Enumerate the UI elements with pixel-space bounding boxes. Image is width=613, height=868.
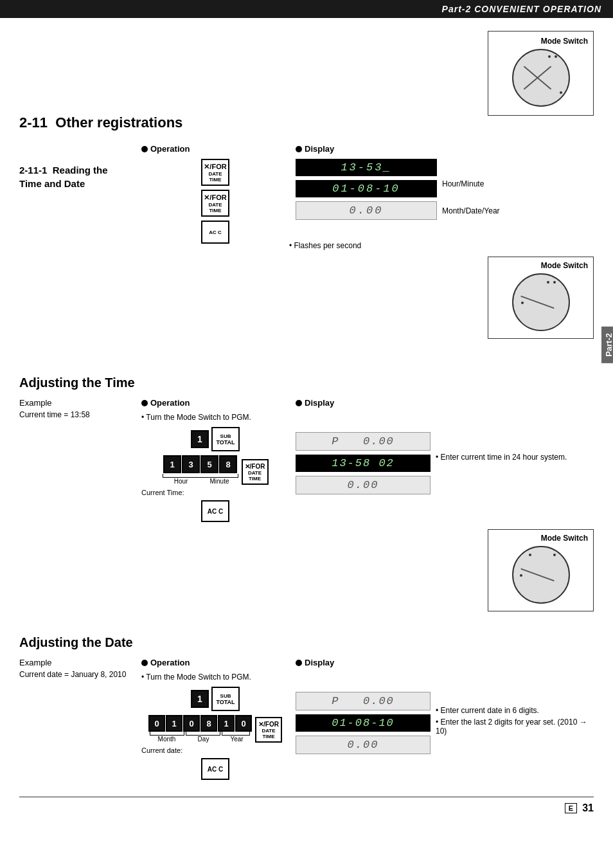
adj-date-ac-key[interactable]: AC C: [201, 758, 229, 780]
e-badge: E: [565, 803, 577, 813]
adj-date-disp-header: Display: [296, 658, 431, 667]
adj-date-note-1: • Enter current date in 6 digits.: [436, 706, 594, 715]
adj-time-screen-1: P 0.00: [296, 432, 431, 451]
mode-switch-bottom-label: Mode Switch: [493, 534, 588, 543]
adj-time-key-row-1: 1 SUB TOTAL: [141, 427, 289, 451]
dial-circle-top: [512, 49, 570, 107]
adj-date-disp-col: Display P 0.00 01-08-10 0.00: [289, 658, 431, 758]
month-label: Month: [150, 736, 184, 743]
disp-header-label: Display: [305, 144, 334, 154]
key-8[interactable]: 8: [219, 455, 237, 473]
dial-dot-top-2: [548, 55, 551, 58]
adj-date-disp-2: 01-08-10: [296, 714, 431, 732]
adj-time-op-col: Operation • Turn the Mode Switch to PGM.…: [141, 398, 289, 526]
adj-time-enter-note: • Enter current time in 24 hour system.: [436, 453, 594, 462]
dk-0c[interactable]: 0: [235, 715, 252, 732]
dial-dot-b3: [529, 554, 531, 556]
flashes-note: • Flashes per second: [289, 241, 594, 250]
date-keys: 0 1 0 8 1 0: [148, 715, 252, 732]
adj-time-example-label: Example: [19, 398, 141, 408]
adj-time-layout: Example Current time = 13:58 Operation •…: [19, 398, 594, 526]
xfor-key-time[interactable]: ✕/FOR DATE TIME: [242, 459, 269, 485]
dial-dot-m1: [553, 281, 556, 284]
adj-date-op-bullet: [141, 660, 148, 666]
mode-switch-bottom: Mode Switch: [488, 529, 594, 611]
date-key-1[interactable]: 1: [191, 690, 209, 708]
adj-time-disp-spacer: [296, 413, 431, 432]
ac-key-row: AC C: [141, 221, 289, 244]
mode-switch-middle-label: Mode Switch: [493, 261, 588, 270]
adj-time-disp-col: Display P 0.00 13-58 02 0.00: [289, 398, 431, 498]
adj-date-disp-bullet: [296, 660, 302, 666]
key-3[interactable]: 3: [182, 455, 200, 473]
display-screen-3: 0.00: [296, 201, 437, 220]
disp-row-3: 0.00: [296, 201, 437, 220]
adj-date-op-col: Operation • Turn the Mode Switch to PGM.…: [141, 658, 289, 784]
adj-date-pgm-note: • Turn the Mode Switch to PGM.: [141, 673, 289, 682]
adj-time-title: Adjusting the Time: [19, 375, 594, 390]
key-1-black[interactable]: 1: [191, 430, 209, 448]
mode-switch-top-label: Mode Switch: [493, 37, 588, 46]
adj-time-screen-3: 0.00: [296, 476, 431, 494]
adj-time-disp-bullet: [296, 400, 302, 406]
adj-time-ac-key[interactable]: AC C: [201, 500, 229, 522]
xfor-key-1[interactable]: ✕/FOR DATE TIME: [201, 159, 229, 186]
hour-label: Hour: [163, 478, 200, 485]
adj-time-disp-2: 13-58 02: [296, 455, 431, 472]
mode-switch-top: Mode Switch: [488, 31, 594, 116]
date-key-labels: Month Day Year: [150, 736, 251, 743]
adjusting-time-section: Adjusting the Time Example Current time …: [19, 375, 594, 526]
adj-date-op-header-label: Operation: [150, 658, 190, 667]
page-wrapper: Part-2 CONVENIENT OPERATION Part-2 Mode …: [0, 0, 613, 833]
section-title-container: 2-11 Other registrations: [19, 114, 594, 131]
adj-date-current-label: Current date = January 8, 2010: [19, 670, 141, 679]
adj-date-op-header: Operation: [141, 658, 289, 667]
xfor-key-row-2: ✕/FOR DATE TIME: [141, 190, 289, 217]
adj-date-left: Example Current date = January 8, 2010: [19, 658, 141, 679]
mode-switch-bottom-dial-wrap: [509, 543, 573, 607]
xfor-key-row-1: ✕/FOR DATE TIME: [141, 159, 289, 186]
labels-col: Hour/Minute Month/Date/Year: [437, 144, 594, 233]
display-screen-1: 13-53_: [296, 159, 437, 176]
label-hour-minute: Hour/Minute: [442, 179, 594, 188]
header-title: Part-2 CONVENIENT OPERATION: [442, 4, 601, 14]
dk-1b[interactable]: 1: [218, 715, 235, 732]
dk-1[interactable]: 1: [166, 715, 182, 732]
key-5[interactable]: 5: [200, 455, 218, 473]
dk-0a[interactable]: 0: [148, 715, 165, 732]
time-key-labels: Hour Minute: [163, 478, 238, 485]
adj-date-screen-2: 01-08-10: [296, 714, 431, 732]
reading-time-layout: 2-11-1 Reading theTime and Date Operatio…: [19, 144, 594, 248]
dial-dot-m3: [521, 302, 524, 304]
mode-switch-middle-dial-wrap: [509, 270, 573, 334]
disp-row-1: 13-53_: [296, 159, 437, 176]
date-sub-total-key[interactable]: SUB TOTAL: [211, 687, 240, 711]
subsection-number-title: 2-11-1 Reading theTime and Date: [19, 163, 141, 190]
adj-time-left: Example Current time = 13:58: [19, 398, 141, 419]
disp-row-2: 01-08-10: [296, 180, 437, 197]
page-header: Part-2 CONVENIENT OPERATION: [0, 0, 613, 18]
mode-switch-bottom-dial: [512, 546, 570, 604]
xfor-key-date[interactable]: ✕/FOR DATE TIME: [255, 717, 282, 743]
adj-date-title: Adjusting the Date: [19, 635, 594, 650]
key-1b[interactable]: 1: [163, 455, 181, 473]
xfor-key-2[interactable]: ✕/FOR DATE TIME: [201, 190, 229, 217]
sub-total-key[interactable]: SUB TOTAL: [211, 427, 240, 451]
adj-time-op-bullet: [141, 400, 148, 406]
adj-date-screen-3: 0.00: [296, 736, 431, 754]
adj-time-pgm-note: • Turn the Mode Switch to PGM.: [141, 413, 289, 422]
adj-date-disp-3: 0.00: [296, 736, 431, 754]
dk-8[interactable]: 8: [200, 715, 217, 732]
adj-date-disp-spacer: [296, 673, 431, 692]
ac-key[interactable]: AC C: [201, 221, 229, 244]
display-col: Display 13-53_ 01-08-10: [289, 144, 437, 224]
day-label: Day: [186, 736, 221, 743]
dk-0b[interactable]: 0: [183, 715, 200, 732]
dial-pointer-m: [520, 296, 554, 309]
time-keys: 1 3 5 8: [163, 455, 237, 473]
adj-time-screen-2: 13-58 02: [296, 455, 431, 472]
dial-dot-top-1: [555, 55, 557, 58]
op-header-label: Operation: [150, 144, 190, 154]
page-footer: E 31: [19, 802, 594, 814]
adj-date-disp-header-label: Display: [305, 658, 334, 667]
